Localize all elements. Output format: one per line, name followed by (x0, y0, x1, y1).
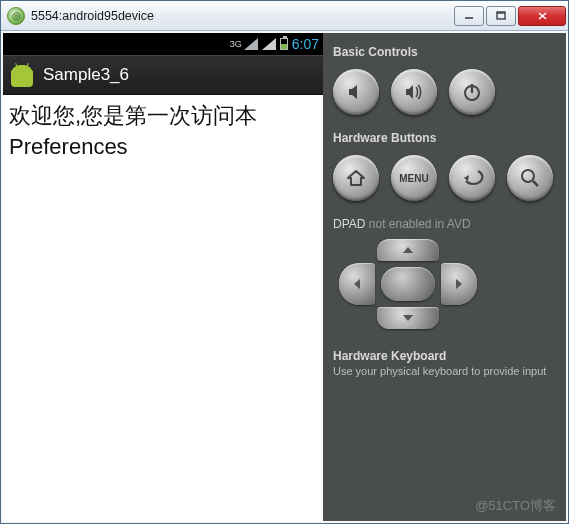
hardware-buttons-row: MENU (333, 155, 556, 201)
hardware-keyboard-subtext: Use your physical keyboard to provide in… (333, 365, 556, 377)
back-button[interactable] (449, 155, 495, 201)
dpad-title: DPAD not enabled in AVD (333, 217, 556, 231)
watermark: @51CTO博客 (475, 497, 556, 515)
android-statusbar[interactable]: 3G 6:07 (3, 33, 323, 55)
maximize-button[interactable] (486, 6, 516, 26)
app-icon: ◎ (7, 7, 25, 25)
search-button[interactable] (507, 155, 553, 201)
basic-controls-title: Basic Controls (333, 45, 556, 59)
hardware-buttons-title: Hardware Buttons (333, 131, 556, 145)
minimize-button[interactable] (454, 6, 484, 26)
basic-controls-row (333, 69, 556, 115)
svg-point-7 (522, 170, 534, 182)
window-title: 5554:android95device (31, 9, 154, 23)
window-body: 3G 6:07 Sample3_6 欢迎您,您是第一次访问本Preference… (1, 31, 568, 523)
dpad-up[interactable] (377, 239, 439, 261)
dpad-right[interactable] (441, 263, 477, 305)
app-title: Sample3_6 (43, 65, 129, 85)
home-button[interactable] (333, 155, 379, 201)
titlebar[interactable]: ◎ 5554:android95device (1, 1, 568, 31)
android-launcher-icon (11, 63, 33, 87)
phone-screen[interactable]: 3G 6:07 Sample3_6 欢迎您,您是第一次访问本Preference… (3, 33, 323, 521)
dpad-left[interactable] (339, 263, 375, 305)
signal-bars-icon (262, 38, 276, 50)
app-content-text: 欢迎您,您是第一次访问本Preferences (3, 95, 323, 521)
hardware-keyboard-title: Hardware Keyboard (333, 349, 556, 363)
dpad-status-text: not enabled in AVD (369, 217, 471, 231)
window-controls (454, 6, 568, 26)
dpad (333, 239, 483, 329)
menu-button-label: MENU (399, 173, 428, 184)
signal-bars-icon (244, 38, 258, 50)
volume-down-button[interactable] (333, 69, 379, 115)
power-button[interactable] (449, 69, 495, 115)
close-button[interactable] (518, 6, 566, 26)
emulator-controls-panel: Basic Controls Hardware Buttons MENU (323, 33, 566, 521)
dpad-down[interactable] (377, 307, 439, 329)
app-actionbar: Sample3_6 (3, 55, 323, 95)
dpad-label-text: DPAD (333, 217, 365, 231)
battery-icon (280, 38, 288, 50)
emulator-window: ◎ 5554:android95device 3G 6:07 (0, 0, 569, 524)
volume-up-button[interactable] (391, 69, 437, 115)
menu-button[interactable]: MENU (391, 155, 437, 201)
network-type-icon: 3G (230, 39, 242, 49)
dpad-center[interactable] (381, 267, 435, 301)
clock: 6:07 (292, 36, 319, 52)
svg-line-8 (533, 181, 538, 186)
